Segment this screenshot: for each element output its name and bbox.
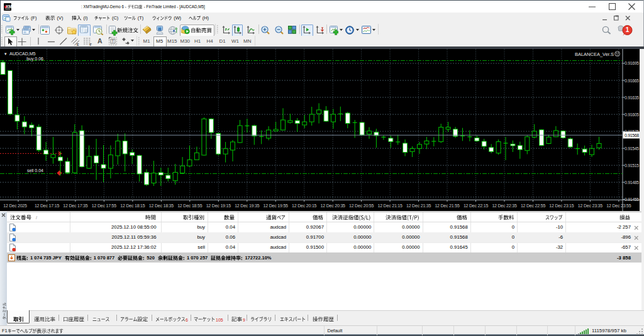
svg-text:0.91545: 0.91545 (625, 146, 639, 151)
svg-text:T: T (111, 39, 114, 43)
svg-text:12 Dec 22:35: 12 Dec 22:35 (492, 203, 517, 208)
svg-text:12 Dec 18:55: 12 Dec 18:55 (177, 203, 203, 208)
svg-text:1: 1 (626, 26, 630, 33)
svg-text:0.91515: 0.91515 (625, 163, 639, 168)
svg-text:XM: XM (5, 4, 11, 9)
svg-text:12 Dec 23:35: 12 Dec 23:35 (578, 203, 603, 208)
svg-text:0.91485: 0.91485 (625, 180, 639, 185)
svg-text:12 Dec 18:35: 12 Dec 18:35 (149, 203, 174, 208)
svg-text:12 Dec 19:15: 12 Dec 19:15 (206, 203, 231, 208)
svg-text:F: F (90, 42, 92, 46)
svg-text:12 Dec 17:55: 12 Dec 17:55 (92, 203, 117, 208)
svg-text:12 Dec 22:55: 12 Dec 22:55 (521, 203, 546, 208)
svg-text:12 Dec 22:15: 12 Dec 22:15 (464, 203, 489, 208)
svg-text:12 Dec 21:15: 12 Dec 21:15 (377, 203, 402, 208)
svg-text:12 Dec 18:15: 12 Dec 18:15 (120, 203, 145, 208)
svg-text:12 Dec 20:35: 12 Dec 20:35 (321, 203, 346, 208)
svg-text:12 Dec 19:55: 12 Dec 19:55 (264, 203, 289, 208)
svg-text:12 Dec 20:55: 12 Dec 20:55 (349, 203, 374, 208)
svg-text:buy 0.06: buy 0.06 (26, 57, 43, 62)
svg-text:0.91635: 0.91635 (625, 95, 639, 100)
svg-text:▾: ▾ (4, 51, 7, 56)
svg-text:sell 0.04: sell 0.04 (27, 168, 43, 173)
svg-text:12 Dec 23:15: 12 Dec 23:15 (549, 203, 574, 208)
svg-text:0.91605: 0.91605 (625, 112, 639, 117)
svg-text:BALANCEA_Ver.S: BALANCEA_Ver.S (575, 51, 614, 57)
svg-text:12 Dec 23:55: 12 Dec 23:55 (606, 203, 631, 208)
svg-text:0.91455: 0.91455 (625, 197, 639, 202)
svg-text:12 Dec 17:35: 12 Dec 17:35 (63, 203, 88, 208)
svg-text:0.91665: 0.91665 (625, 79, 639, 83)
svg-text:0.91695: 0.91695 (625, 61, 639, 65)
svg-text:E: E (77, 42, 79, 46)
svg-text:12 Dec 17:15: 12 Dec 17:15 (35, 203, 60, 208)
svg-text:12 Dec 21:35: 12 Dec 21:35 (406, 203, 431, 208)
svg-text:12 Dec 20:15: 12 Dec 20:15 (292, 203, 317, 208)
svg-text:12 Dec 21:55: 12 Dec 21:55 (435, 203, 460, 208)
svg-text:0.91568: 0.91568 (625, 133, 639, 138)
svg-text:12 Dec 2025: 12 Dec 2025 (3, 203, 27, 208)
svg-text:12 Dec 19:35: 12 Dec 19:35 (235, 203, 260, 208)
